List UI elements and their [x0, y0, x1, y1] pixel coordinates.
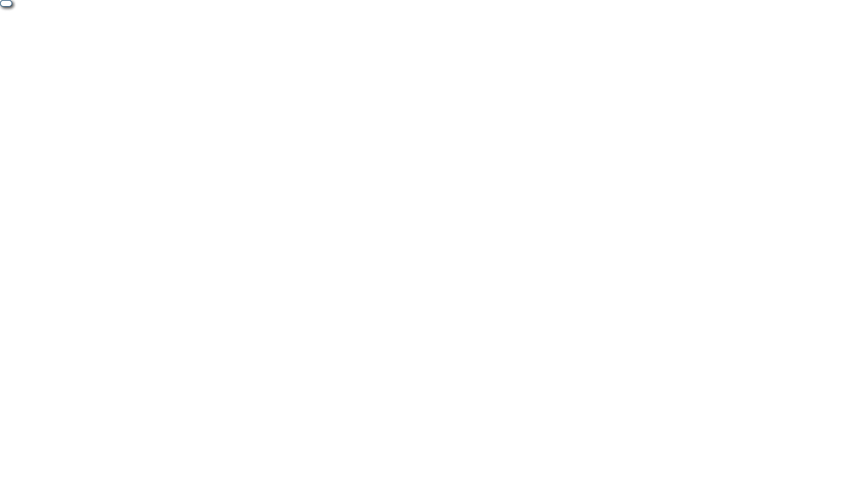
- node-halt: [0, 0, 12, 7]
- diagram-arrows: [0, 0, 868, 488]
